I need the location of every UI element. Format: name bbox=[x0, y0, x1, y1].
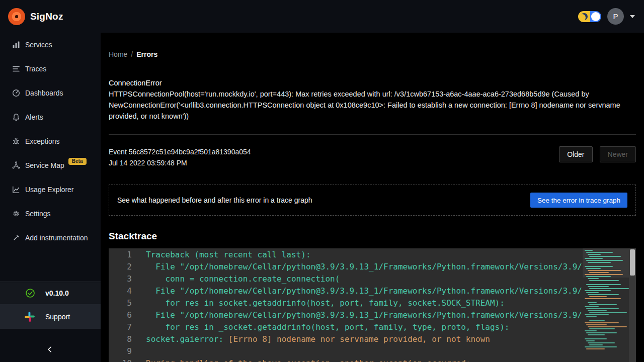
code-line: 6 File "/opt/homebrew/Cellar/python@3.9/… bbox=[109, 309, 636, 321]
stacktrace-code: 1Traceback (most recent call last):2 Fil… bbox=[109, 248, 636, 362]
sidebar-item-dashboards[interactable]: Dashboards bbox=[0, 81, 101, 105]
service-map-icon bbox=[12, 161, 20, 169]
sidebar-item-exceptions[interactable]: Exceptions bbox=[0, 129, 101, 153]
collapse-sidebar-button[interactable] bbox=[44, 343, 56, 355]
code-line: 10During handling of the above exception… bbox=[109, 357, 636, 362]
event-id: Event 56c8572c51e94bc9a2f501a81390a054 bbox=[109, 146, 251, 157]
breadcrumb-home[interactable]: Home bbox=[109, 50, 127, 58]
event-buttons: Older Newer bbox=[559, 146, 636, 162]
line-number: 6 bbox=[109, 309, 132, 321]
code-line: 5 for res in socket.getaddrinfo(host, po… bbox=[109, 297, 636, 309]
code-scrollbar[interactable] bbox=[629, 248, 636, 362]
line-number: 3 bbox=[109, 273, 132, 285]
trace-banner-text: See what happened before and after this … bbox=[117, 196, 312, 204]
error-title: ConnectionError bbox=[109, 79, 162, 87]
app-name: SigNoz bbox=[30, 11, 63, 22]
line-number: 4 bbox=[109, 285, 132, 297]
line-number: 2 bbox=[109, 261, 132, 273]
chevron-down-icon[interactable] bbox=[630, 15, 635, 18]
line-number: 7 bbox=[109, 321, 132, 333]
line-chart-icon bbox=[12, 186, 20, 194]
sidebar-item-services[interactable]: Services bbox=[0, 33, 101, 57]
error-message: HTTPSConnectionPool(host='run.mockkdy.io… bbox=[109, 88, 632, 122]
gear-icon bbox=[12, 210, 20, 218]
code-line: 3 conn = connection.create_connection( bbox=[109, 273, 636, 285]
sidebar-item-service-map[interactable]: Service MapBeta bbox=[0, 153, 101, 177]
support-label: Support bbox=[45, 313, 70, 321]
beta-badge: Beta bbox=[68, 158, 87, 165]
dashboard-icon bbox=[12, 89, 20, 97]
sidebar-item-label: Usage Explorer bbox=[25, 186, 74, 194]
sidebar-item-label: Traces bbox=[25, 65, 46, 73]
sidebar-item-add-instrumentation[interactable]: Add instrumentation bbox=[0, 226, 101, 250]
event-timestamp: Jul 14 2022 03:59:48 PM bbox=[109, 157, 251, 168]
code-line: 2 File "/opt/homebrew/Cellar/python@3.9/… bbox=[109, 261, 636, 273]
code-line: 9 bbox=[109, 345, 636, 357]
breadcrumb-separator: / bbox=[131, 50, 133, 58]
line-number: 9 bbox=[109, 345, 132, 357]
bar-chart-icon bbox=[12, 41, 20, 49]
sidebar-item-label: Services bbox=[25, 41, 52, 49]
code-line: 8socket.gaierror: [Errno 8] nodename nor… bbox=[109, 333, 636, 345]
bug-icon bbox=[12, 137, 20, 145]
theme-toggle[interactable] bbox=[578, 11, 601, 22]
code-line: 7 for res in _socket.getaddrinfo(host, p… bbox=[109, 321, 636, 333]
see-trace-graph-button[interactable]: See the error in trace graph bbox=[530, 193, 627, 208]
toggle-knob bbox=[591, 12, 600, 21]
breadcrumb-current: Errors bbox=[136, 50, 157, 58]
event-row: Event 56c8572c51e94bc9a2f501a81390a054 J… bbox=[109, 146, 636, 168]
sidebar-item-label: Alerts bbox=[25, 113, 43, 121]
line-number: 1 bbox=[109, 249, 132, 261]
newer-button[interactable]: Newer bbox=[600, 146, 636, 162]
user-avatar[interactable]: P bbox=[607, 8, 624, 25]
sidebar-item-alerts[interactable]: Alerts bbox=[0, 105, 101, 129]
minimap-bars bbox=[583, 248, 629, 349]
signoz-logo-icon bbox=[8, 8, 25, 25]
moon-icon bbox=[581, 13, 588, 20]
version-label: v0.10.0 bbox=[45, 289, 69, 297]
sidebar-item-label: Service Map bbox=[25, 161, 64, 169]
line-number: 8 bbox=[109, 333, 132, 345]
brand[interactable]: SigNoz bbox=[8, 8, 63, 25]
code-minimap[interactable] bbox=[583, 248, 629, 362]
sidebar-item-label: Add instrumentation bbox=[25, 234, 88, 242]
trace-banner: See what happened before and after this … bbox=[109, 185, 636, 216]
divider bbox=[109, 134, 636, 135]
sidebar-item-settings[interactable]: Settings bbox=[0, 202, 101, 226]
app: SigNoz P ServicesTracesDashboardsAlertsE… bbox=[0, 0, 644, 362]
older-button[interactable]: Older bbox=[559, 146, 592, 162]
stacktrace-heading: Stacktrace bbox=[109, 231, 157, 242]
slack-icon bbox=[24, 311, 35, 322]
sidebar: ServicesTracesDashboardsAlertsExceptions… bbox=[0, 33, 101, 362]
check-circle-icon bbox=[25, 288, 35, 298]
sidebar-item-usage-explorer[interactable]: Usage Explorer bbox=[0, 177, 101, 202]
bell-icon bbox=[12, 113, 20, 121]
stacktrace-panel[interactable]: 1Traceback (most recent call last):2 Fil… bbox=[109, 248, 636, 362]
header: SigNoz P bbox=[0, 0, 644, 33]
list-icon bbox=[12, 65, 20, 73]
main-content: Home / Errors ConnectionError HTTPSConne… bbox=[101, 33, 644, 362]
header-right: P bbox=[578, 8, 635, 25]
sidebar-item-traces[interactable]: Traces bbox=[0, 57, 101, 81]
breadcrumb: Home / Errors bbox=[109, 50, 157, 58]
scrollbar-thumb[interactable] bbox=[630, 249, 635, 276]
chevron-left-icon bbox=[47, 346, 54, 353]
sidebar-item-label: Dashboards bbox=[25, 89, 63, 97]
sidebar-item-label: Exceptions bbox=[25, 137, 59, 145]
line-number: 10 bbox=[109, 357, 132, 362]
event-meta: Event 56c8572c51e94bc9a2f501a81390a054 J… bbox=[109, 146, 251, 168]
sidebar-item-label: Settings bbox=[25, 210, 51, 218]
code-line: 1Traceback (most recent call last): bbox=[109, 249, 636, 261]
code-line: 4 File "/opt/homebrew/Cellar/python@3.9/… bbox=[109, 285, 636, 297]
version-row[interactable]: v0.10.0 bbox=[0, 282, 101, 304]
sidebar-item-support[interactable]: Support bbox=[0, 304, 101, 329]
wrench-icon bbox=[12, 234, 20, 242]
line-number: 5 bbox=[109, 297, 132, 309]
sidebar-nav: ServicesTracesDashboardsAlertsExceptions… bbox=[0, 33, 101, 250]
